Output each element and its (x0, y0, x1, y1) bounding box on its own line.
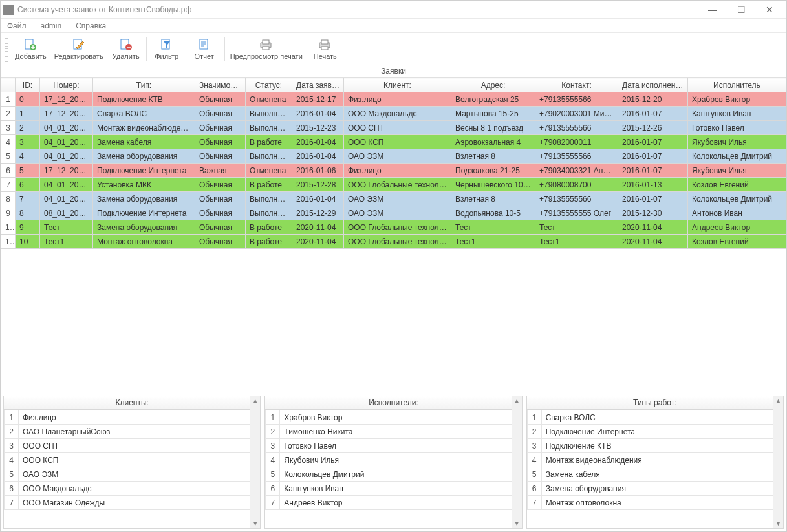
list-item[interactable]: 3Подключение КТВ (527, 439, 782, 453)
cell[interactable]: Водопьянова 10-5 (451, 206, 535, 220)
cell[interactable]: Аэровокзальная 4 (451, 135, 535, 149)
cell[interactable]: 5 (16, 164, 40, 178)
column-header[interactable]: ID: (16, 78, 40, 92)
table-row[interactable]: 4304_01_2016-28Замена кабеляОбычнаяВ раб… (1, 135, 786, 149)
cell[interactable]: Готовко Павел (688, 121, 786, 135)
cell[interactable]: +79020003001 Михаил (535, 107, 618, 121)
cell[interactable]: +79135555555 Олег (535, 206, 618, 220)
column-header[interactable]: Значимость: (195, 78, 246, 92)
column-header[interactable]: Дата заявки: (292, 78, 344, 92)
cell[interactable]: Тест1 (40, 235, 93, 249)
cell[interactable]: Чернышевского 10-11 (451, 178, 535, 192)
close-button[interactable]: ✕ (755, 1, 784, 19)
cell[interactable]: 2016-01-07 (618, 107, 688, 121)
cell[interactable]: Антонов Иван (688, 206, 786, 220)
cell[interactable]: Обычная (195, 92, 246, 107)
list-item-text[interactable]: Замена кабеля (541, 467, 782, 482)
list-item-text[interactable]: ОАО ПланетарныйСоюз (19, 425, 260, 439)
print-preview-button[interactable]: Предпросмотр печати (226, 34, 307, 64)
cell[interactable]: Обычная (195, 178, 246, 192)
cell[interactable]: +79135555566 (535, 121, 618, 135)
list-item-text[interactable]: ООО СПТ (19, 439, 260, 453)
list-item-text[interactable]: Замена оборудования (541, 482, 782, 496)
list-item-text[interactable]: ООО Макдональдс (19, 482, 260, 496)
list-item[interactable]: 3Готовко Павел (266, 439, 521, 453)
cell[interactable]: 04_01_2016-29 (40, 192, 93, 206)
list-item-text[interactable]: Каштунков Иван (280, 482, 521, 496)
cell[interactable]: Выполнена (246, 107, 292, 121)
workers-scrollbar[interactable] (512, 396, 522, 528)
add-button[interactable]: Добавить (11, 34, 50, 64)
cell[interactable]: 2020-11-04 (618, 220, 688, 235)
cell[interactable]: 2015-12-20 (618, 92, 688, 107)
report-button[interactable]: Отчет (186, 34, 223, 64)
cell[interactable]: 2015-12-17 (292, 92, 344, 107)
cell[interactable]: Обычная (195, 149, 246, 164)
cell[interactable]: 2020-11-04 (292, 235, 344, 249)
cell[interactable]: 2016-01-07 (618, 164, 688, 178)
cell[interactable]: 17_12_2015-26 (40, 107, 93, 121)
cell[interactable]: 2 (16, 121, 40, 135)
list-item[interactable]: 1Храбров Виктор (266, 410, 521, 425)
cell[interactable]: ОАО ЭЗМ (344, 149, 451, 164)
list-item-text[interactable]: Подключение КТВ (541, 439, 782, 453)
cell[interactable]: 04_01_2016-28 (40, 135, 93, 149)
cell[interactable]: Подключение Интернета (93, 164, 195, 178)
table-row[interactable]: 1017_12_2015-24Подключение КТВОбычнаяОтм… (1, 92, 786, 107)
cell[interactable]: 2020-11-04 (292, 220, 344, 235)
cell[interactable]: Обычная (195, 235, 246, 249)
list-item-text[interactable]: Сварка ВОЛС (541, 410, 782, 425)
table-row[interactable]: 9808_01_2016-35Подключение ИнтернетаОбыч… (1, 206, 786, 220)
cell[interactable]: Подзолкова 21-25 (451, 164, 535, 178)
cell[interactable]: ООО Макдональдс (344, 107, 451, 121)
list-item[interactable]: 2ОАО ПланетарныйСоюз (5, 425, 260, 439)
cell[interactable]: ООО Глобальные технологии (344, 178, 451, 192)
clients-scrollbar[interactable] (250, 396, 260, 528)
cell[interactable]: Взлетная 8 (451, 149, 535, 164)
delete-button[interactable]: Удалить (107, 34, 145, 64)
print-button[interactable]: Печать (307, 34, 344, 64)
table-row[interactable]: 109ТестЗамена оборудованияОбычнаяВ работ… (1, 220, 786, 235)
column-header[interactable] (1, 78, 16, 92)
list-item-text[interactable]: ООО КСП (19, 453, 260, 467)
cell[interactable]: 2016-01-07 (618, 149, 688, 164)
cell[interactable]: Волгоградская 25 (451, 92, 535, 107)
list-item-text[interactable]: ОАО ЭЗМ (19, 467, 260, 482)
cell[interactable]: +79082000011 (535, 135, 618, 149)
cell[interactable]: Обычная (195, 192, 246, 206)
cell[interactable]: Физ.лицо (344, 92, 451, 107)
cell[interactable]: 04_01_2016-29 (40, 149, 93, 164)
cell[interactable]: Тест (451, 220, 535, 235)
list-item[interactable]: 7ООО Магазин Одежды (5, 496, 260, 510)
cell[interactable]: Якубович Илья (688, 135, 786, 149)
list-item[interactable]: 3ООО СПТ (5, 439, 260, 453)
cell[interactable]: Отменена (246, 92, 292, 107)
cell[interactable]: 04_01_2016-27 (40, 121, 93, 135)
cell[interactable]: 17_12_2015-23 (40, 164, 93, 178)
cell[interactable]: 2016-01-06 (292, 164, 344, 178)
cell[interactable]: 2015-12-23 (292, 121, 344, 135)
list-item[interactable]: 4ООО КСП (5, 453, 260, 467)
cell[interactable]: Тест (535, 220, 618, 235)
cell[interactable]: 08_01_2016-35 (40, 206, 93, 220)
list-item[interactable]: 1Физ.лицо (5, 410, 260, 425)
list-item[interactable]: 2Подключение Интернета (527, 425, 782, 439)
cell[interactable]: Подключение Интернета (93, 206, 195, 220)
cell[interactable]: 2016-01-07 (618, 192, 688, 206)
list-item-text[interactable]: Монтаж видеонаблюдения (541, 453, 782, 467)
cell[interactable]: Замена кабеля (93, 135, 195, 149)
cell[interactable]: Установка МКК (93, 178, 195, 192)
cell[interactable]: ООО КСП (344, 135, 451, 149)
list-item[interactable]: 4Якубович Илья (266, 453, 521, 467)
cell[interactable]: ООО Глобальные технологии (344, 235, 451, 249)
cell[interactable]: Тест (40, 220, 93, 235)
filter-button[interactable]: Фильтр (148, 34, 186, 64)
cell[interactable]: Андреев Виктор (688, 220, 786, 235)
cell[interactable]: ООО Глобальные технологии (344, 220, 451, 235)
list-item[interactable]: 5Замена кабеля (527, 467, 782, 482)
cell[interactable]: Якубович Илья (688, 164, 786, 178)
cell[interactable]: +79135555566 (535, 92, 618, 107)
cell[interactable]: Замена оборудования (93, 220, 195, 235)
column-header[interactable]: Дата исполнения: (618, 78, 688, 92)
cell[interactable]: +79080008700 (535, 178, 618, 192)
